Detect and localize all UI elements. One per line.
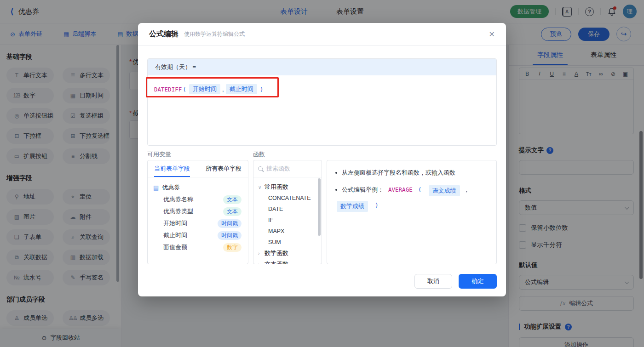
chevron-expanded-icon: ∨ — [258, 185, 262, 190]
variable-field-row[interactable]: 开始时间 时间戳 — [153, 217, 242, 229]
variables-tree: ▤ 优惠券 优惠券名称 文本 优惠券类型 — [148, 177, 248, 253]
functions-label: 函数 — [253, 150, 265, 159]
variable-field-name: 优惠券名称 — [163, 195, 193, 204]
variables-panel: 当前表单字段 所有表单字段 ▤ 优惠券 优惠券名称 文本 — [147, 160, 248, 264]
function-group-label: 数学函数 — [264, 249, 288, 257]
function-item[interactable]: SUM — [258, 237, 322, 248]
comma: , — [466, 185, 468, 194]
bullet-dot — [335, 172, 337, 174]
formula-target: 有效期（天） = — [148, 59, 496, 75]
variable-field-row[interactable]: 面值金额 数字 — [153, 241, 242, 253]
confirm-button[interactable]: 确定 — [459, 274, 497, 289]
open-paren: ( — [183, 86, 186, 93]
variables-root-label: 优惠券 — [162, 183, 180, 192]
variable-field-row[interactable]: 优惠券类型 文本 — [153, 205, 242, 217]
comma: , — [222, 86, 224, 93]
example-function-name: AVERAGE — [388, 185, 413, 194]
modal-subtitle: 使用数学运算符编辑公式 — [184, 30, 245, 38]
function-group-math[interactable]: › 数学函数 — [258, 248, 322, 259]
variable-field-row[interactable]: 优惠券名称 文本 — [153, 193, 242, 205]
variable-field-name: 截止时间 — [163, 231, 187, 239]
function-item[interactable]: DATE — [258, 204, 322, 215]
formula-field-chip[interactable]: 截止时间 — [226, 84, 257, 94]
variables-field-list: 优惠券名称 文本 优惠券类型 文本 开始时间 时间戳 — [153, 193, 242, 253]
functions-panel: 搜索函数 ∨ 常用函数 CONCATENATE DATE IF — [253, 160, 322, 264]
formula-editor-modal: 公式编辑 使用数学运算符编辑公式 ✕ 有效期（天） = DATEDIFF ( 开… — [138, 23, 506, 296]
bullet-dot — [335, 189, 337, 191]
function-group-common[interactable]: ∨ 常用函数 — [258, 182, 322, 193]
field-type-badge: 数字 — [223, 243, 242, 252]
formula-input-area[interactable]: DATEDIFF ( 开始时间 , 截止时间 ) — [148, 75, 496, 103]
formula-box: 有效期（天） = DATEDIFF ( 开始时间 , 截止时间 ) — [147, 58, 497, 146]
field-type-badge: 时间戳 — [218, 219, 242, 228]
app-root: ⟨ 优惠券 表单设计 表单设置 数据管理 A ? 理 ⊘ — [0, 0, 644, 347]
function-search[interactable]: 搜索函数 — [253, 160, 322, 177]
formula-field-chip[interactable]: 开始时间 — [189, 84, 220, 94]
help-line-2: 公式编辑举例：AVERAGE(语文成绩,数学成绩) — [335, 185, 488, 212]
variable-field-name: 优惠券类型 — [163, 207, 193, 216]
common-function-items: CONCATENATE DATE IF MAPX SUM — [258, 193, 322, 248]
modal-panels: 当前表单字段 所有表单字段 ▤ 优惠券 优惠券名称 文本 — [147, 160, 497, 264]
cancel-button[interactable]: 取消 — [414, 274, 452, 289]
tab-current-form-fields[interactable]: 当前表单字段 — [154, 160, 190, 177]
function-item[interactable]: MAPX — [258, 226, 322, 237]
function-item[interactable]: IF — [258, 215, 322, 226]
function-group-text[interactable]: › 文本函数 — [258, 259, 322, 264]
field-type-badge: 文本 — [223, 207, 242, 216]
field-type-badge: 时间戳 — [218, 231, 242, 240]
close-paren: ) — [375, 201, 379, 210]
function-group-label: 常用函数 — [264, 183, 288, 191]
formula-function-name: DATEDIFF — [154, 86, 182, 93]
variables-root-node[interactable]: ▤ 优惠券 — [153, 182, 242, 193]
search-icon — [258, 166, 263, 171]
function-list-scrollbar[interactable] — [318, 178, 321, 236]
variable-field-row[interactable]: 截止时间 时间戳 — [153, 229, 242, 241]
variable-field-name: 面值金额 — [163, 243, 187, 251]
document-icon: ▤ — [153, 184, 159, 191]
function-search-placeholder: 搜索函数 — [266, 165, 290, 173]
variables-tabs: 当前表单字段 所有表单字段 — [148, 160, 248, 177]
close-icon[interactable]: ✕ — [489, 30, 495, 39]
modal-title: 公式编辑 — [149, 29, 178, 39]
modal-header: 公式编辑 使用数学运算符编辑公式 ✕ — [138, 23, 506, 46]
function-item[interactable]: CONCATENATE — [258, 193, 322, 204]
close-paren: ) — [260, 86, 264, 93]
example-field-chip: 数学成绩 — [337, 201, 368, 212]
open-paren: ( — [418, 185, 422, 194]
tab-all-form-fields[interactable]: 所有表单字段 — [206, 160, 242, 177]
example-field-chip: 语文成绩 — [429, 185, 460, 196]
field-type-badge: 文本 — [223, 195, 242, 204]
help-line-1: 从左侧面板选择字段名和函数，或输入函数 — [335, 168, 488, 177]
chevron-collapsed-icon: › — [258, 251, 262, 256]
variables-label: 可用变量 — [147, 150, 171, 159]
function-group-label: 文本函数 — [264, 260, 288, 264]
variable-field-name: 开始时间 — [163, 219, 187, 228]
function-list: ∨ 常用函数 CONCATENATE DATE IF MAPX — [253, 177, 322, 264]
chevron-collapsed-icon: › — [258, 262, 262, 265]
help-panel: 从左侧面板选择字段名和函数，或输入函数 公式编辑举例：AVERAGE(语文成绩,… — [327, 160, 497, 264]
